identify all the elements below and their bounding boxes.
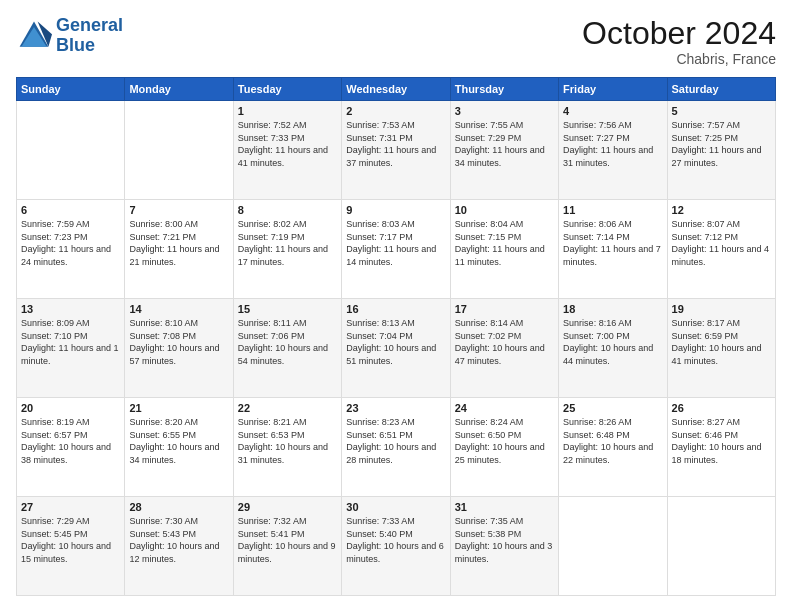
week-row-2: 6 Sunrise: 7:59 AMSunset: 7:23 PMDayligh… xyxy=(17,200,776,299)
logo-line2: Blue xyxy=(56,35,95,55)
day-number: 9 xyxy=(346,204,445,216)
calendar-cell: 2 Sunrise: 7:53 AMSunset: 7:31 PMDayligh… xyxy=(342,101,450,200)
calendar: SundayMondayTuesdayWednesdayThursdayFrid… xyxy=(16,77,776,596)
calendar-cell: 10 Sunrise: 8:04 AMSunset: 7:15 PMDaylig… xyxy=(450,200,558,299)
weekday-tuesday: Tuesday xyxy=(233,78,341,101)
day-number: 21 xyxy=(129,402,228,414)
calendar-cell xyxy=(559,497,667,596)
calendar-cell: 27 Sunrise: 7:29 AMSunset: 5:45 PMDaylig… xyxy=(17,497,125,596)
weekday-saturday: Saturday xyxy=(667,78,775,101)
day-number: 2 xyxy=(346,105,445,117)
calendar-cell xyxy=(17,101,125,200)
calendar-table: SundayMondayTuesdayWednesdayThursdayFrid… xyxy=(16,77,776,596)
header: General Blue October 2024 Chabris, Franc… xyxy=(16,16,776,67)
day-info: Sunrise: 8:23 AMSunset: 6:51 PMDaylight:… xyxy=(346,416,445,466)
day-info: Sunrise: 7:30 AMSunset: 5:43 PMDaylight:… xyxy=(129,515,228,565)
day-info: Sunrise: 8:24 AMSunset: 6:50 PMDaylight:… xyxy=(455,416,554,466)
calendar-cell: 21 Sunrise: 8:20 AMSunset: 6:55 PMDaylig… xyxy=(125,398,233,497)
calendar-cell: 25 Sunrise: 8:26 AMSunset: 6:48 PMDaylig… xyxy=(559,398,667,497)
week-row-3: 13 Sunrise: 8:09 AMSunset: 7:10 PMDaylig… xyxy=(17,299,776,398)
calendar-cell: 16 Sunrise: 8:13 AMSunset: 7:04 PMDaylig… xyxy=(342,299,450,398)
day-info: Sunrise: 8:17 AMSunset: 6:59 PMDaylight:… xyxy=(672,317,771,367)
weekday-thursday: Thursday xyxy=(450,78,558,101)
day-info: Sunrise: 7:55 AMSunset: 7:29 PMDaylight:… xyxy=(455,119,554,169)
week-row-5: 27 Sunrise: 7:29 AMSunset: 5:45 PMDaylig… xyxy=(17,497,776,596)
calendar-cell: 31 Sunrise: 7:35 AMSunset: 5:38 PMDaylig… xyxy=(450,497,558,596)
day-info: Sunrise: 7:33 AMSunset: 5:40 PMDaylight:… xyxy=(346,515,445,565)
day-info: Sunrise: 7:59 AMSunset: 7:23 PMDaylight:… xyxy=(21,218,120,268)
weekday-friday: Friday xyxy=(559,78,667,101)
day-info: Sunrise: 8:14 AMSunset: 7:02 PMDaylight:… xyxy=(455,317,554,367)
day-info: Sunrise: 8:27 AMSunset: 6:46 PMDaylight:… xyxy=(672,416,771,466)
day-number: 31 xyxy=(455,501,554,513)
day-number: 8 xyxy=(238,204,337,216)
calendar-cell: 14 Sunrise: 8:10 AMSunset: 7:08 PMDaylig… xyxy=(125,299,233,398)
calendar-cell: 6 Sunrise: 7:59 AMSunset: 7:23 PMDayligh… xyxy=(17,200,125,299)
day-info: Sunrise: 8:26 AMSunset: 6:48 PMDaylight:… xyxy=(563,416,662,466)
calendar-cell: 1 Sunrise: 7:52 AMSunset: 7:33 PMDayligh… xyxy=(233,101,341,200)
calendar-cell: 26 Sunrise: 8:27 AMSunset: 6:46 PMDaylig… xyxy=(667,398,775,497)
day-number: 5 xyxy=(672,105,771,117)
calendar-cell: 18 Sunrise: 8:16 AMSunset: 7:00 PMDaylig… xyxy=(559,299,667,398)
day-info: Sunrise: 8:04 AMSunset: 7:15 PMDaylight:… xyxy=(455,218,554,268)
logo-text: General Blue xyxy=(56,16,123,56)
day-info: Sunrise: 8:09 AMSunset: 7:10 PMDaylight:… xyxy=(21,317,120,367)
day-number: 6 xyxy=(21,204,120,216)
day-info: Sunrise: 8:02 AMSunset: 7:19 PMDaylight:… xyxy=(238,218,337,268)
page: General Blue October 2024 Chabris, Franc… xyxy=(0,0,792,612)
calendar-cell: 5 Sunrise: 7:57 AMSunset: 7:25 PMDayligh… xyxy=(667,101,775,200)
calendar-cell: 23 Sunrise: 8:23 AMSunset: 6:51 PMDaylig… xyxy=(342,398,450,497)
day-number: 16 xyxy=(346,303,445,315)
month-title: October 2024 xyxy=(582,16,776,51)
day-info: Sunrise: 7:29 AMSunset: 5:45 PMDaylight:… xyxy=(21,515,120,565)
calendar-cell: 8 Sunrise: 8:02 AMSunset: 7:19 PMDayligh… xyxy=(233,200,341,299)
calendar-cell: 28 Sunrise: 7:30 AMSunset: 5:43 PMDaylig… xyxy=(125,497,233,596)
calendar-cell: 29 Sunrise: 7:32 AMSunset: 5:41 PMDaylig… xyxy=(233,497,341,596)
calendar-cell: 12 Sunrise: 8:07 AMSunset: 7:12 PMDaylig… xyxy=(667,200,775,299)
weekday-monday: Monday xyxy=(125,78,233,101)
calendar-cell: 22 Sunrise: 8:21 AMSunset: 6:53 PMDaylig… xyxy=(233,398,341,497)
location: Chabris, France xyxy=(582,51,776,67)
day-number: 11 xyxy=(563,204,662,216)
weekday-wednesday: Wednesday xyxy=(342,78,450,101)
logo-icon xyxy=(16,18,52,54)
day-number: 18 xyxy=(563,303,662,315)
calendar-cell xyxy=(667,497,775,596)
day-info: Sunrise: 8:13 AMSunset: 7:04 PMDaylight:… xyxy=(346,317,445,367)
calendar-cell: 11 Sunrise: 8:06 AMSunset: 7:14 PMDaylig… xyxy=(559,200,667,299)
day-info: Sunrise: 7:32 AMSunset: 5:41 PMDaylight:… xyxy=(238,515,337,565)
day-number: 12 xyxy=(672,204,771,216)
day-number: 29 xyxy=(238,501,337,513)
day-number: 10 xyxy=(455,204,554,216)
day-info: Sunrise: 8:07 AMSunset: 7:12 PMDaylight:… xyxy=(672,218,771,268)
day-number: 3 xyxy=(455,105,554,117)
day-info: Sunrise: 8:00 AMSunset: 7:21 PMDaylight:… xyxy=(129,218,228,268)
day-number: 15 xyxy=(238,303,337,315)
day-info: Sunrise: 7:35 AMSunset: 5:38 PMDaylight:… xyxy=(455,515,554,565)
day-number: 7 xyxy=(129,204,228,216)
calendar-cell: 3 Sunrise: 7:55 AMSunset: 7:29 PMDayligh… xyxy=(450,101,558,200)
calendar-cell: 13 Sunrise: 8:09 AMSunset: 7:10 PMDaylig… xyxy=(17,299,125,398)
calendar-cell: 30 Sunrise: 7:33 AMSunset: 5:40 PMDaylig… xyxy=(342,497,450,596)
day-number: 25 xyxy=(563,402,662,414)
day-info: Sunrise: 7:53 AMSunset: 7:31 PMDaylight:… xyxy=(346,119,445,169)
day-number: 13 xyxy=(21,303,120,315)
calendar-cell xyxy=(125,101,233,200)
week-row-1: 1 Sunrise: 7:52 AMSunset: 7:33 PMDayligh… xyxy=(17,101,776,200)
day-info: Sunrise: 8:19 AMSunset: 6:57 PMDaylight:… xyxy=(21,416,120,466)
calendar-cell: 24 Sunrise: 8:24 AMSunset: 6:50 PMDaylig… xyxy=(450,398,558,497)
day-number: 24 xyxy=(455,402,554,414)
day-number: 4 xyxy=(563,105,662,117)
calendar-cell: 20 Sunrise: 8:19 AMSunset: 6:57 PMDaylig… xyxy=(17,398,125,497)
day-info: Sunrise: 8:06 AMSunset: 7:14 PMDaylight:… xyxy=(563,218,662,268)
calendar-cell: 17 Sunrise: 8:14 AMSunset: 7:02 PMDaylig… xyxy=(450,299,558,398)
day-number: 20 xyxy=(21,402,120,414)
day-info: Sunrise: 8:03 AMSunset: 7:17 PMDaylight:… xyxy=(346,218,445,268)
week-row-4: 20 Sunrise: 8:19 AMSunset: 6:57 PMDaylig… xyxy=(17,398,776,497)
day-number: 28 xyxy=(129,501,228,513)
day-info: Sunrise: 8:11 AMSunset: 7:06 PMDaylight:… xyxy=(238,317,337,367)
weekday-sunday: Sunday xyxy=(17,78,125,101)
day-info: Sunrise: 8:21 AMSunset: 6:53 PMDaylight:… xyxy=(238,416,337,466)
day-number: 19 xyxy=(672,303,771,315)
calendar-cell: 15 Sunrise: 8:11 AMSunset: 7:06 PMDaylig… xyxy=(233,299,341,398)
